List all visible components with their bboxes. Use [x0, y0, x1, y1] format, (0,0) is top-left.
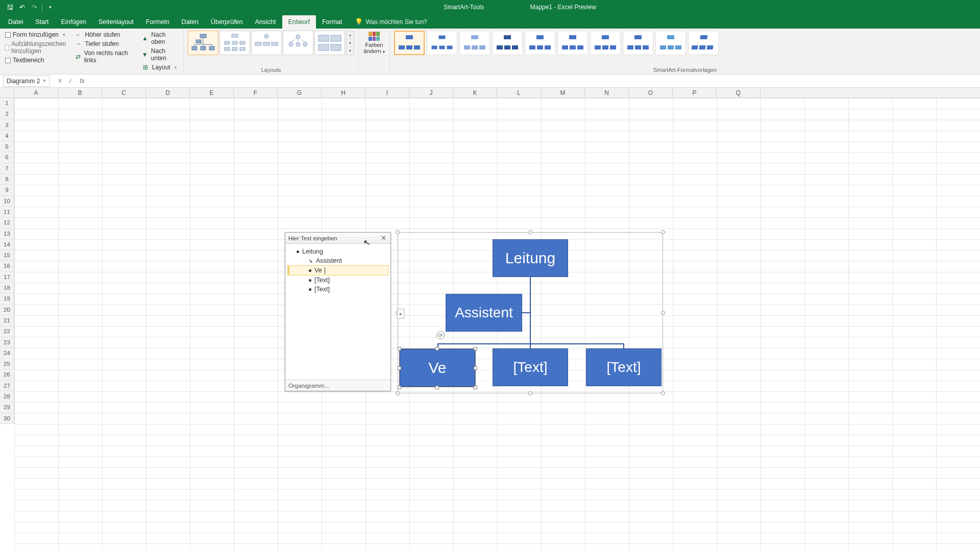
confirm-icon[interactable]: ✓	[68, 77, 74, 85]
resize-handle[interactable]	[661, 391, 665, 395]
layout-thumb-1[interactable]	[188, 31, 218, 55]
tab-einfuegen[interactable]: Einfügen	[55, 15, 92, 29]
layout-thumb-2[interactable]	[219, 31, 250, 55]
text-pane-item[interactable]: [Text]	[287, 285, 388, 294]
resize-handle[interactable]	[528, 391, 532, 395]
style-thumb-7[interactable]	[590, 31, 621, 55]
formula-input[interactable]	[88, 76, 980, 87]
style-thumb-4[interactable]	[492, 31, 523, 55]
resize-handle[interactable]	[661, 311, 665, 315]
tab-formeln[interactable]: Formeln	[140, 15, 176, 29]
col-P[interactable]: P	[673, 88, 717, 97]
col-M[interactable]: M	[541, 88, 585, 97]
layout-thumb-3[interactable]	[251, 31, 282, 55]
layout-button[interactable]: ⊞Layout▾	[141, 63, 179, 71]
text-pane-expand-icon[interactable]: ▸	[397, 309, 404, 319]
change-colors-button[interactable]: Farbenändern ▾	[361, 31, 387, 56]
col-C[interactable]: C	[102, 88, 146, 97]
row-21[interactable]: 21	[0, 315, 14, 326]
style-thumb-3[interactable]	[459, 31, 490, 55]
col-F[interactable]: F	[234, 88, 278, 97]
tab-start[interactable]: Start	[29, 15, 55, 29]
row-2[interactable]: 2	[0, 109, 14, 119]
resize-handle[interactable]	[528, 230, 532, 234]
promote-button[interactable]: ←Höher stufen	[74, 31, 135, 39]
rtl-button[interactable]: ⇄Von rechts nach links	[74, 49, 135, 64]
text-pane-item-selected[interactable]: Ve	[287, 265, 388, 276]
row-6[interactable]: 6	[0, 152, 14, 163]
node-leitung[interactable]: Leitung	[493, 239, 568, 277]
shape-handle[interactable]	[398, 347, 401, 350]
layouts-scroll[interactable]: ▴▾▾	[346, 31, 354, 55]
col-J[interactable]: J	[409, 88, 453, 97]
col-H[interactable]: H	[322, 88, 365, 97]
col-B[interactable]: B	[58, 88, 102, 97]
col-L[interactable]: L	[497, 88, 541, 97]
select-all-corner[interactable]	[0, 88, 14, 97]
row-11[interactable]: 11	[0, 207, 14, 217]
shape-handle[interactable]	[474, 347, 477, 350]
row-16[interactable]: 16	[0, 261, 14, 271]
undo-icon[interactable]: ↶	[17, 3, 27, 12]
smartart-text-pane[interactable]: Hier Text eingeben ✕ Leitung ↳Assistent …	[285, 232, 391, 391]
node-text-1[interactable]: [Text]	[493, 348, 568, 386]
shape-handle[interactable]	[435, 347, 439, 350]
row-7[interactable]: 7	[0, 163, 14, 174]
tab-entwurf[interactable]: Entwurf	[282, 15, 316, 29]
style-thumb-8[interactable]	[623, 31, 653, 55]
col-G[interactable]: G	[278, 88, 322, 97]
row-18[interactable]: 18	[0, 283, 14, 293]
row-30[interactable]: 30	[0, 413, 14, 424]
move-down-button[interactable]: ▼Nach unten	[141, 47, 179, 62]
col-K[interactable]: K	[453, 88, 497, 97]
row-10[interactable]: 10	[0, 196, 14, 207]
style-thumb-10[interactable]	[688, 31, 719, 55]
smartart-object[interactable]: ▸ ⟳ Leitung Assistent Ve [Text] [Text]	[398, 232, 663, 393]
node-assistent[interactable]: Assistent	[446, 294, 522, 332]
text-pane-item[interactable]: Leitung	[287, 247, 388, 256]
tab-daten[interactable]: Daten	[176, 15, 205, 29]
shape-handle[interactable]	[398, 366, 401, 370]
style-thumb-9[interactable]	[655, 31, 686, 55]
col-D[interactable]: D	[146, 88, 190, 97]
col-A[interactable]: A	[14, 88, 58, 97]
style-thumb-5[interactable]	[525, 31, 555, 55]
tab-ueberpruefen[interactable]: Überprüfen	[205, 15, 249, 29]
row-29[interactable]: 29	[0, 402, 14, 413]
col-I[interactable]: I	[365, 88, 409, 97]
row-22[interactable]: 22	[0, 326, 14, 337]
row-20[interactable]: 20	[0, 305, 14, 315]
redo-icon[interactable]: ↷	[30, 3, 39, 12]
layout-thumb-5[interactable]	[314, 31, 345, 55]
style-thumb-6[interactable]	[557, 31, 588, 55]
col-O[interactable]: O	[629, 88, 673, 97]
row-17[interactable]: 17	[0, 272, 14, 283]
row-23[interactable]: 23	[0, 337, 14, 348]
style-thumb-2[interactable]	[427, 31, 457, 55]
row-27[interactable]: 27	[0, 381, 14, 391]
row-5[interactable]: 5	[0, 141, 14, 152]
row-28[interactable]: 28	[0, 391, 14, 402]
row-15[interactable]: 15	[0, 250, 14, 261]
text-pane-item[interactable]: [Text]	[287, 276, 388, 285]
resize-handle[interactable]	[661, 230, 665, 234]
text-pane-item[interactable]: ↳Assistent	[287, 256, 388, 265]
name-box[interactable]: Diagramm 2 ▼	[3, 76, 50, 87]
node-text-2[interactable]: [Text]	[586, 348, 662, 386]
qat-customize-icon[interactable]: ▾	[45, 3, 55, 12]
col-N[interactable]: N	[585, 88, 629, 97]
tab-ansicht[interactable]: Ansicht	[249, 15, 282, 29]
row-19[interactable]: 19	[0, 293, 14, 304]
text-pane-titlebar[interactable]: Hier Text eingeben ✕	[285, 233, 390, 244]
style-thumb-1[interactable]	[394, 31, 425, 55]
node-ve-selected[interactable]: Ve	[399, 348, 476, 387]
row-26[interactable]: 26	[0, 369, 14, 380]
row-13[interactable]: 13	[0, 229, 14, 239]
row-3[interactable]: 3	[0, 120, 14, 131]
shape-handle[interactable]	[474, 386, 477, 389]
col-Q[interactable]: Q	[717, 88, 761, 97]
row-8[interactable]: 8	[0, 174, 14, 185]
demote-button[interactable]: →Tiefer stufen	[74, 40, 135, 48]
text-pane-toggle[interactable]: Textbereich	[4, 56, 68, 64]
row-1[interactable]: 1	[0, 98, 14, 109]
